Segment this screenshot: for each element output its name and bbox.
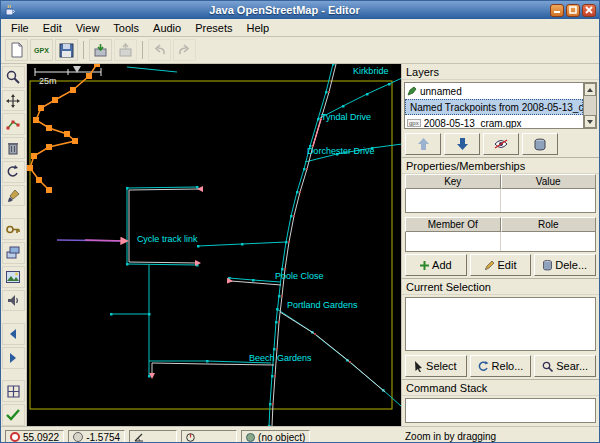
properties-buttons: Add Edit Dele... [402,252,599,278]
layer-visibility-button[interactable] [483,133,519,155]
heading-status [181,430,237,443]
layer-list[interactable]: unnamed Named Trackpoints from 2008-05-1… [404,82,597,129]
scale-label: 25m [39,76,57,86]
window-title: Java OpenStreetMap - Editor [21,4,548,16]
minimize-icon [553,6,561,14]
layers-tool-button[interactable] [2,242,25,264]
speaker-icon [7,294,20,307]
layer-item-trackpoints[interactable]: Named Trackpoints from 2008-05-13_cra [405,99,583,115]
menu-help[interactable]: Help [239,21,276,35]
properties-table-header: Key Value [405,174,596,189]
edit-toolbar [1,64,27,426]
close-button[interactable] [582,4,596,17]
gpx-layer-icon: gpx [407,119,421,127]
layer-up-button[interactable] [405,133,441,155]
latitude-status: 55.0922 [5,430,64,443]
scroll-right-button[interactable] [2,347,25,369]
minimize-button[interactable] [550,4,564,17]
search-button-label: Sear... [556,360,588,372]
menu-edit[interactable]: Edit [36,21,69,35]
add-property-button[interactable]: Add [405,254,467,276]
move-icon [6,94,20,108]
grid-tool-button[interactable] [2,380,25,402]
rotate-icon [6,165,20,179]
scroll-left-button[interactable] [2,323,25,345]
reload-button[interactable]: Relo... [470,355,532,377]
josm-app-icon [4,4,17,17]
draw-nodes-tool-button[interactable] [2,113,25,135]
value-column-header: Value [501,174,597,189]
menubar: File Edit View Tools Audio Presets Help [1,19,599,37]
layer-name: Named Trackpoints from 2008-05-13_cra [410,102,583,113]
select-button[interactable]: Select [405,355,467,377]
layers-icon [6,246,20,259]
grid-icon [7,385,20,398]
selection-buttons: Select Relo... Sear... [402,353,599,379]
object-status: (no object) [241,430,310,443]
cycle-track-selected [85,240,126,241]
layer-down-button[interactable] [444,133,480,155]
apply-button[interactable] [2,404,25,426]
statusbar: 55.0922 -1.5754 (no object) Zoom in by d… [1,426,599,443]
delete-tool-button[interactable] [2,137,25,159]
layer-name: 2008-05-13_cram.gpx [424,118,522,129]
membership-table-body[interactable] [405,232,596,252]
layer-list-scrollbar[interactable] [583,83,596,128]
properties-table-body[interactable] [405,189,596,213]
rotate-tool-button[interactable] [2,161,25,183]
menu-presets[interactable]: Presets [188,21,239,35]
layer-item-unnamed[interactable]: unnamed [405,83,583,99]
open-gpx-button[interactable]: GPX [30,39,53,61]
properties-tool-button[interactable] [2,218,25,240]
key-icon [6,223,20,236]
new-file-button[interactable] [5,39,28,61]
scroll-up-arrow[interactable] [584,83,596,96]
undo-button[interactable] [148,39,171,61]
menu-view[interactable]: View [69,21,107,35]
layer-delete-button[interactable] [522,133,558,155]
delete-button-label: Dele... [555,259,587,271]
latitude-value: 55.0922 [23,432,59,443]
maximize-icon [569,6,577,14]
delete-cylinder-icon [543,260,552,271]
scroll-down-arrow[interactable] [584,115,596,128]
upload-osm-button[interactable] [114,39,137,61]
audio-tool-button[interactable] [2,290,25,312]
redo-button[interactable] [173,39,196,61]
command-stack-list[interactable] [405,398,596,423]
draw-nodes-icon [6,117,20,131]
right-panel: Layers unnamed Named Trackpoints from 20… [401,64,599,426]
gps-tracks [129,64,385,426]
image-icon [6,271,20,283]
maximize-button[interactable] [566,4,580,17]
redo-icon [177,44,192,57]
gpx-file-icon: GPX [34,47,49,54]
search-button[interactable]: Sear... [534,355,596,377]
zoom-tool-button[interactable] [2,66,25,88]
selection-list[interactable] [405,297,596,351]
latitude-icon [10,432,20,442]
longitude-status: -1.5754 [68,430,125,443]
delete-property-button[interactable]: Dele... [534,254,596,276]
arrow-right-icon [7,352,19,364]
reload-button-label: Relo... [492,360,524,372]
save-icon [59,43,74,58]
layer-item-gpx[interactable]: gpx 2008-05-13_cram.gpx [405,115,583,129]
menu-file[interactable]: File [4,21,36,35]
paint-tool-button[interactable] [2,185,25,207]
edit-property-button[interactable]: Edit [470,254,532,276]
background-image-tool-button[interactable] [2,266,25,288]
down-arrow-icon [457,138,468,150]
main-toolbar: GPX [1,37,599,64]
eye-slash-icon [494,139,508,149]
map-canvas[interactable]: 25m Kirkbride Tyndal Drive Dorchester Dr… [27,64,401,426]
download-osm-button[interactable] [89,39,112,61]
toolbar-separator [83,41,84,59]
zoom-icon [6,70,20,84]
menu-tools[interactable]: Tools [106,21,146,35]
save-button[interactable] [55,39,78,61]
layers-panel-title: Layers [402,64,599,80]
edit-layer-icon [407,86,417,96]
move-tool-button[interactable] [2,90,25,112]
menu-audio[interactable]: Audio [146,21,188,35]
